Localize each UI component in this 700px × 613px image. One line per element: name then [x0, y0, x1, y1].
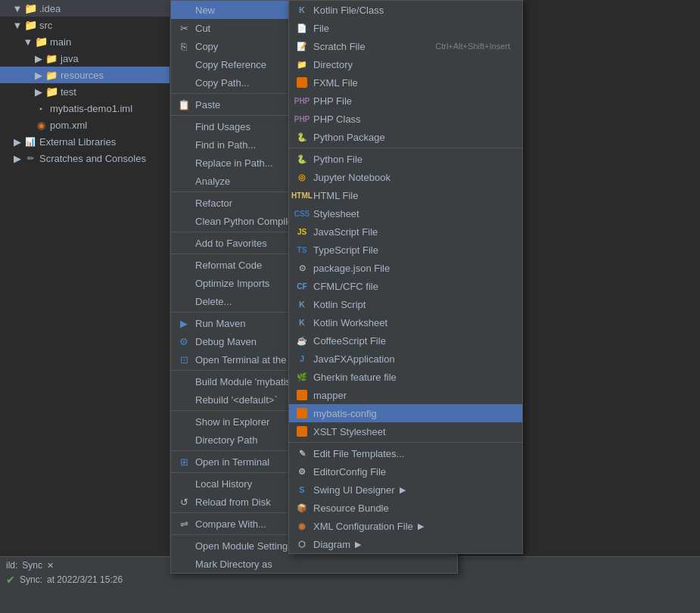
- sync-time: at 2022/3/21 15:26: [47, 574, 123, 585]
- sub-javafx[interactable]: J JavaFXApplication: [289, 350, 522, 368]
- sub-resource-bundle-label: Resource Bundle: [313, 503, 389, 514]
- clean-python-icon: [177, 214, 191, 228]
- open-terminal-icon: ⊞: [177, 455, 191, 468]
- sub-php-class-label: PHP Class: [313, 114, 361, 125]
- ctx-mark-dir-label: Mark Directory as: [195, 559, 445, 570]
- sub-dir-icon: 📁: [295, 58, 309, 71]
- bar-sync-tab[interactable]: Sync: [22, 560, 42, 571]
- sub-mapper-label: mapper: [313, 390, 347, 401]
- sidebar-item-resources[interactable]: ▶ 📁 resources: [0, 67, 170, 83]
- sub-html[interactable]: HTML HTML File: [289, 186, 522, 204]
- mybatis-config-icon: [295, 406, 309, 420]
- sub-scratch-file[interactable]: 📝 Scratch File Ctrl+Alt+Shift+Insert: [289, 37, 522, 55]
- find-path-icon: [177, 138, 191, 151]
- sub-kotlin-worksheet-label: Kotlin Worksheet: [313, 317, 387, 328]
- sub-kotlin-worksheet[interactable]: K Kotlin Worksheet: [289, 313, 522, 331]
- check-icon: ✔: [6, 574, 15, 586]
- new-submenu: K Kotlin File/Class 📄 File 📝 Scratch Fil…: [288, 0, 523, 554]
- replace-path-icon: [177, 156, 191, 170]
- sidebar-item-extlib[interactable]: ▶ 📊 External Libraries: [0, 133, 170, 150]
- rebuild-icon: [177, 393, 191, 406]
- sub-edit-templates[interactable]: ✎ Edit File Templates...: [289, 444, 522, 462]
- arrow-icon: ▶: [12, 153, 23, 163]
- jupyter-icon: ◎: [295, 170, 309, 184]
- sub-stylesheet[interactable]: CSS Stylesheet: [289, 204, 522, 222]
- sidebar-item-main[interactable]: ▼ 📁 main: [0, 33, 170, 50]
- sub-editorconfig[interactable]: ⚙ EditorConfig File: [289, 462, 522, 481]
- scratch-icon: ✏: [24, 152, 36, 164]
- sub-mybatis-config[interactable]: mybatis-config: [289, 404, 522, 422]
- arrow-icon: ▶: [33, 86, 44, 97]
- sub-fxml[interactable]: FXML File: [289, 73, 522, 92]
- coffee-icon: ☕: [295, 334, 309, 347]
- sub-kotlin-file[interactable]: K Kotlin File/Class: [289, 1, 522, 19]
- sidebar-item-label: pom.xml: [50, 120, 87, 131]
- kotlin-icon: K: [295, 3, 309, 17]
- compare-icon: ⇌: [177, 517, 191, 531]
- optimize-icon: [177, 276, 191, 290]
- html-icon: HTML: [295, 188, 309, 202]
- sidebar-item-scratches[interactable]: ▶ ✏ Scratches and Consoles: [0, 150, 170, 166]
- sub-ts[interactable]: TS TypeScript File: [289, 241, 522, 259]
- php-file-icon: PHP: [295, 94, 309, 107]
- maven-run-icon: ▶: [177, 316, 191, 330]
- local-history-icon: [177, 477, 191, 490]
- sub-directory-label: Directory: [313, 59, 353, 70]
- sub-swing[interactable]: S Swing UI Designer ▶: [289, 481, 522, 499]
- sub-php-class[interactable]: PHP PHP Class: [289, 110, 522, 128]
- sub-package-json[interactable]: ⊙ package.json File: [289, 259, 522, 277]
- sub-scratch-file-label: Scratch File: [313, 41, 366, 52]
- sidebar-item-idea[interactable]: ▼ 📁 .idea: [0, 0, 170, 17]
- php-class-icon: PHP: [295, 112, 309, 126]
- sub-directory[interactable]: 📁 Directory: [289, 55, 522, 73]
- sidebar-item-iml[interactable]: ▶ ▪ mybatis-demo1.iml: [0, 100, 170, 117]
- sync-line: ✔ Sync: at 2022/3/21 15:26: [6, 574, 694, 586]
- sync-label: Sync:: [20, 574, 42, 585]
- paste-icon: 📋: [177, 98, 191, 111]
- sub-python-file-label: Python File: [313, 154, 362, 165]
- sub-scratch-shortcut: Ctrl+Alt+Shift+Insert: [435, 42, 510, 51]
- sub-resource-bundle[interactable]: 📦 Resource Bundle: [289, 499, 522, 517]
- sub-php-file[interactable]: PHP PHP File: [289, 92, 522, 110]
- resource-bundle-icon: 📦: [295, 501, 309, 515]
- sub-python-package-label: Python Package: [313, 132, 385, 143]
- sub-file[interactable]: 📄 File: [289, 19, 522, 37]
- sub-ts-label: TypeScript File: [313, 244, 378, 256]
- copy-icon: ⎘: [177, 39, 191, 53]
- folder-blue-icon: 📁: [45, 69, 58, 81]
- new-icon: [177, 3, 191, 17]
- sidebar-item-label: test: [61, 86, 76, 98]
- ctx-mark-dir[interactable]: Mark Directory as: [171, 555, 457, 573]
- sidebar-item-pom[interactable]: ▶ ◉ pom.xml: [0, 117, 170, 133]
- sidebar-item-src[interactable]: ▼ 📁 src: [0, 17, 170, 33]
- gherkin-icon: 🌿: [295, 370, 309, 384]
- sub-coffee[interactable]: ☕ CoffeeScript File: [289, 331, 522, 350]
- sidebar-item-test[interactable]: ▶ 📁 test: [0, 83, 170, 100]
- sub-diagram[interactable]: ⬡ Diagram ▶: [289, 535, 522, 553]
- javafx-icon: J: [295, 352, 309, 366]
- add-fav-icon: [177, 236, 191, 250]
- sub-xslt[interactable]: XSLT Stylesheet: [289, 422, 522, 440]
- sidebar-item-label: Scratches and Consoles: [39, 153, 146, 164]
- sub-coffee-label: CoffeeScript File: [313, 335, 386, 347]
- sub-mapper[interactable]: mapper: [289, 386, 522, 404]
- sidebar-item-label: main: [50, 36, 71, 48]
- close-tab-button[interactable]: ✕: [47, 561, 54, 571]
- xml-config-arrow: ▶: [418, 521, 424, 531]
- sub-jupyter[interactable]: ◎ Jupyter Notebook: [289, 168, 522, 186]
- sidebar-item-label: resources: [61, 70, 104, 81]
- sub-python-package[interactable]: 🐍 Python Package: [289, 128, 522, 146]
- arrow-icon: ▶: [33, 70, 44, 80]
- sub-fxml-label: FXML File: [313, 77, 358, 89]
- folder-icon: 📁: [35, 36, 47, 48]
- arrow-icon: ▼: [12, 20, 23, 30]
- sub-python-file[interactable]: 🐍 Python File: [289, 150, 522, 168]
- sub-gherkin[interactable]: 🌿 Gherkin feature file: [289, 368, 522, 386]
- reload-icon: ↺: [177, 495, 191, 509]
- sidebar-item-java[interactable]: ▶ 📁 java: [0, 50, 170, 67]
- sub-kotlin-script[interactable]: K Kotlin Script: [289, 295, 522, 313]
- sub-cfml[interactable]: CF CFML/CFC file: [289, 277, 522, 295]
- sub-js[interactable]: JS JavaScript File: [289, 222, 522, 241]
- sidebar-item-label: mybatis-demo1.iml: [50, 103, 132, 114]
- sub-xml-config[interactable]: ◉ XML Configuration File ▶: [289, 517, 522, 535]
